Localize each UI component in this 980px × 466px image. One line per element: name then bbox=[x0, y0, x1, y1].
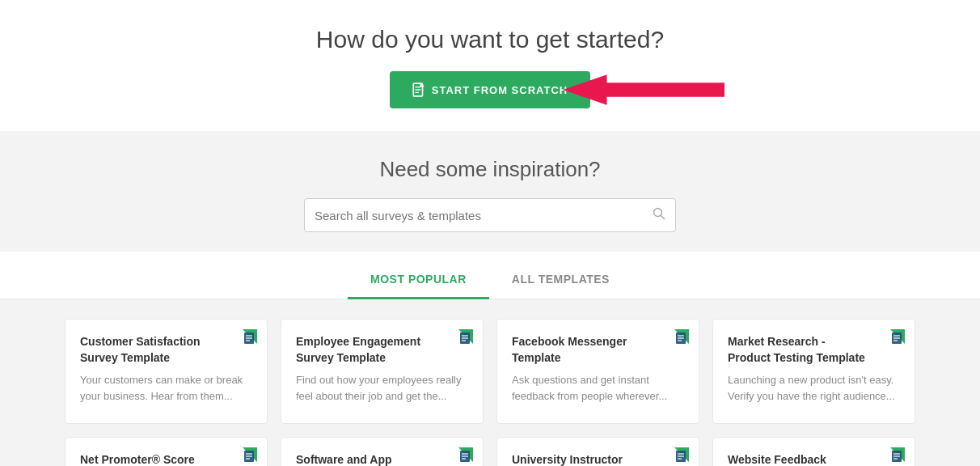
main-heading: How do you want to get started? bbox=[0, 26, 980, 53]
template-icon bbox=[444, 329, 473, 358]
search-bar-wrapper bbox=[0, 198, 980, 232]
card-customer-satisfaction[interactable]: Customer Satisfaction Survey Template Yo… bbox=[65, 319, 268, 424]
card-title: Facebook Messenger Template bbox=[512, 334, 684, 366]
template-icon bbox=[228, 329, 257, 358]
card-desc: Find out how your employees really feel … bbox=[296, 372, 468, 404]
card-market-research[interactable]: Market Research - Product Testing Templa… bbox=[712, 319, 915, 424]
svg-line-6 bbox=[661, 216, 665, 219]
tab-all-templates[interactable]: ALL TEMPLATES bbox=[489, 261, 632, 299]
card-nps[interactable]: Net Promoter® Score (NPS) Template bbox=[65, 437, 268, 466]
card-title: Market Research - Product Testing Templa… bbox=[728, 334, 900, 366]
card-title: Employee Engagement Survey Template bbox=[296, 334, 468, 366]
template-icon bbox=[876, 329, 905, 358]
inspiration-section: Need some inspiration? bbox=[0, 131, 980, 252]
template-icon bbox=[660, 329, 689, 358]
tabs-section: MOST POPULAR ALL TEMPLATES bbox=[0, 252, 980, 299]
tab-most-popular[interactable]: MOST POPULAR bbox=[348, 261, 489, 299]
start-button-label: START FROM SCRATCH bbox=[432, 84, 568, 96]
card-title: Website Feedback Template bbox=[728, 452, 900, 466]
card-desc: Ask questions and get instant feedback f… bbox=[512, 372, 684, 404]
search-icon bbox=[653, 207, 665, 223]
template-icon bbox=[876, 447, 905, 466]
search-input[interactable] bbox=[315, 209, 653, 222]
template-icon bbox=[660, 447, 689, 466]
cards-grid: Customer Satisfaction Survey Template Yo… bbox=[65, 319, 915, 466]
card-title: Software and App Customer Feedback with … bbox=[296, 452, 468, 466]
card-facebook-messenger[interactable]: Facebook Messenger Template Ask question… bbox=[496, 319, 699, 424]
cards-section: Customer Satisfaction Survey Template Yo… bbox=[0, 299, 980, 466]
card-university-instructor[interactable]: University Instructor Evaluation Templat… bbox=[496, 437, 699, 466]
card-desc: Your customers can make or break your bu… bbox=[80, 372, 252, 404]
card-title: Net Promoter® Score (NPS) Template bbox=[80, 452, 252, 466]
search-bar bbox=[304, 198, 676, 232]
inspiration-heading: Need some inspiration? bbox=[0, 157, 980, 182]
document-icon bbox=[412, 83, 425, 97]
card-employee-engagement[interactable]: Employee Engagement Survey Template Find… bbox=[281, 319, 484, 424]
arrow-container bbox=[563, 70, 724, 110]
card-desc: Launching a new product isn't easy. Veri… bbox=[728, 372, 900, 404]
top-section: How do you want to get started? START FR… bbox=[0, 0, 980, 131]
scratch-btn-row: START FROM SCRATCH bbox=[0, 71, 980, 108]
svg-marker-4 bbox=[563, 74, 724, 104]
card-software-feedback[interactable]: Software and App Customer Feedback with … bbox=[281, 437, 484, 466]
start-from-scratch-button[interactable]: START FROM SCRATCH bbox=[390, 71, 590, 108]
card-website-feedback[interactable]: Website Feedback Template bbox=[712, 437, 915, 466]
template-icon bbox=[444, 447, 473, 466]
card-title: Customer Satisfaction Survey Template bbox=[80, 334, 252, 366]
arrow-icon bbox=[563, 70, 724, 110]
template-icon bbox=[228, 447, 257, 466]
card-title: University Instructor Evaluation Templat… bbox=[512, 452, 684, 466]
